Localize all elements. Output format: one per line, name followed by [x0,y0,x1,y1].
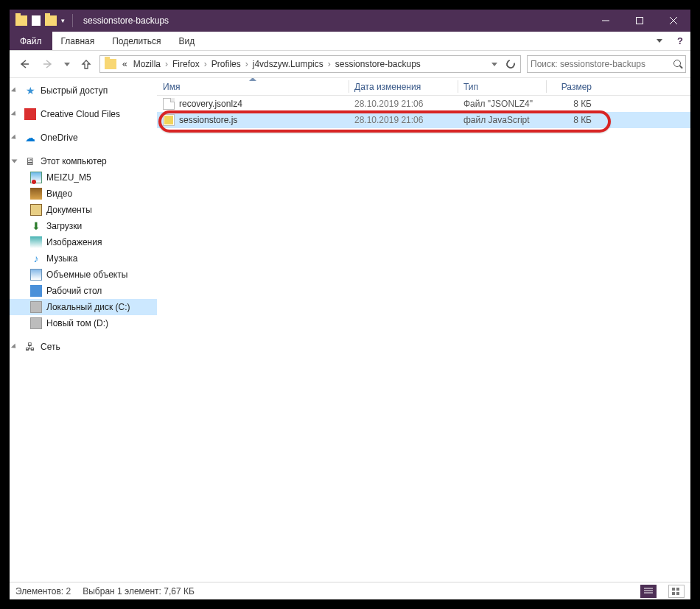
crumb-mozilla[interactable]: Mozilla [130,59,164,69]
twist-icon [11,87,18,94]
sidebar-network[interactable]: 🖧 Сеть [10,339,157,355]
sidebar-label: Рабочий стол [46,286,102,296]
column-name-label: Имя [163,82,180,92]
file-row[interactable]: recovery.jsonlz428.10.2019 21:06Файл "JS… [157,96,690,112]
search-box[interactable] [527,55,686,73]
maximize-icon [636,17,643,24]
crumb-profiles[interactable]: Profiles [209,59,244,69]
minimize-button[interactable] [589,10,623,32]
crumb-profile[interactable]: j4vdszyw.Lumpics [250,59,326,69]
help-icon: ? [677,35,683,46]
column-size[interactable]: Размер [546,78,599,95]
downloads-icon: ⬇ [30,220,42,232]
status-count: Элементов: 2 [15,586,71,596]
folder-icon-2 [45,15,57,26]
twist-icon [11,343,18,350]
crumb-current[interactable]: sessionstore-backups [332,59,424,69]
crumb-firefox[interactable]: Firefox [169,59,203,69]
sidebar-label: Музыка [46,253,77,264]
search-icon[interactable] [673,60,682,68]
sidebar-item-new-volume-d[interactable]: Новый том (D:) [10,315,157,331]
sidebar-label: Изображения [46,237,102,247]
view-large-icons-button[interactable] [668,585,685,598]
network-icon: 🖧 [24,341,36,353]
sidebar-item-pictures[interactable]: Изображения [10,234,157,250]
sidebar-item-music[interactable]: ♪ Музыка [10,250,157,267]
sidebar-onedrive[interactable]: ☁ OneDrive [10,130,157,146]
sidebar-item-meizu[interactable]: MEIZU_M5 [10,169,157,186]
help-button[interactable]: ? [670,32,690,50]
view-details-button[interactable] [640,585,657,598]
file-row[interactable]: sessionstore.js28.10.2019 21:06файл Java… [157,112,690,128]
chevron-down-icon [491,63,497,66]
sidebar-item-downloads[interactable]: ⬇ Загрузки [10,218,157,234]
crumb-separator[interactable]: › [164,59,169,69]
address-dropdown-button[interactable] [486,56,503,72]
column-type[interactable]: Тип [458,78,546,95]
up-button[interactable] [76,54,97,74]
file-size: 8 КБ [546,115,599,125]
file-tab[interactable]: Файл [10,32,52,50]
tab-share[interactable]: Поделиться [103,32,169,50]
close-button[interactable] [657,10,690,32]
file-date: 28.10.2019 21:06 [349,99,458,109]
minimize-icon [602,17,609,24]
sidebar-label: Видео [46,189,72,199]
chevron-down-icon [657,39,662,43]
refresh-icon [505,58,517,70]
column-name[interactable]: Имя [157,78,349,95]
sidebar-item-3d-objects[interactable]: Объемные объекты [10,267,157,283]
sidebar-creative-cloud[interactable]: Creative Cloud Files [10,106,157,122]
ribbon-collapse-button[interactable] [649,32,670,50]
crumb-separator[interactable]: › [203,59,209,69]
sidebar-item-local-disk-c[interactable]: Локальный диск (C:) [10,299,157,315]
sidebar-item-documents[interactable]: Документы [10,202,157,218]
file-name: recovery.jsonlz4 [179,99,242,109]
body: ★ Быстрый доступ Creative Cloud Files ☁ … [10,77,690,582]
crumb-separator[interactable]: › [326,59,332,69]
refresh-button[interactable] [503,56,519,72]
sidebar-label: OneDrive [41,133,78,143]
creative-cloud-icon [24,108,36,120]
tab-view[interactable]: Вид [169,32,203,50]
file-type: файл JavaScript [458,115,546,125]
maximize-button[interactable] [623,10,657,32]
titlebar-icons: ▾ [10,14,76,27]
tab-home[interactable]: Главная [52,32,104,50]
sidebar-quick-access[interactable]: ★ Быстрый доступ [10,82,157,99]
navigation-pane[interactable]: ★ Быстрый доступ Creative Cloud Files ☁ … [10,78,157,582]
sidebar-this-pc[interactable]: 🖥 Этот компьютер [10,153,157,169]
sidebar-label: Новый том (D:) [46,318,108,328]
file-size: 8 КБ [546,99,599,109]
file-name: sessionstore.js [179,115,237,125]
back-arrow-icon [18,58,30,70]
history-dropdown-button[interactable] [61,54,73,74]
search-input[interactable] [531,59,673,69]
sidebar-item-desktop[interactable]: Рабочий стол [10,283,157,299]
sidebar-label: Загрузки [46,221,82,231]
titlebar: ▾ sessionstore-backups [10,10,690,32]
crumb-separator[interactable]: › [244,59,250,69]
column-type-label: Тип [463,82,478,92]
window-title: sessionstore-backups [83,15,169,26]
star-icon: ★ [24,85,36,96]
file-icon [163,114,175,126]
chevron-down-icon [64,63,70,66]
address-folder-icon [105,59,116,69]
address-bar[interactable]: « Mozilla › Firefox › Profiles › j4vdszy… [99,55,521,73]
column-date-label: Дата изменения [354,82,421,92]
disk-icon [30,317,42,329]
documents-icon [30,204,42,216]
sidebar-label: Сеть [41,342,60,352]
file-icon [163,98,175,110]
sidebar-item-video[interactable]: Видео [10,186,157,202]
doc-icon [32,15,41,26]
column-date[interactable]: Дата изменения [349,78,458,95]
sidebar-label: Быстрый доступ [41,85,108,96]
forward-button[interactable] [38,54,58,74]
close-icon [670,17,677,24]
qat-overflow[interactable]: ▾ [61,17,65,24]
back-button[interactable] [14,54,35,74]
crumb-prefix[interactable]: « [119,59,130,69]
status-dot-icon [32,180,36,184]
